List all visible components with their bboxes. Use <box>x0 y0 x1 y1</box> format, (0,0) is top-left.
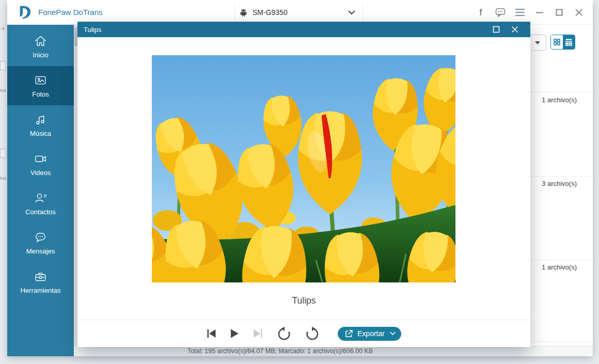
hamburger-menu-icon <box>515 8 525 17</box>
photos-icon <box>34 73 48 87</box>
dialog-title: Tulips <box>84 26 101 34</box>
export-button-label: Exportar <box>357 329 385 338</box>
maximize-icon <box>493 26 500 33</box>
previous-button[interactable] <box>207 329 216 338</box>
desktop-fragment-box <box>0 61 6 70</box>
device-selector[interactable]: SM-G9350 <box>239 0 362 25</box>
fonepaw-logo-icon <box>17 5 32 20</box>
feedback-bubble-icon <box>495 6 506 19</box>
sidebar-item-label: Videos <box>30 169 51 177</box>
home-icon <box>34 34 48 48</box>
play-button[interactable] <box>230 329 239 338</box>
desktop-fragment: -s <box>1 26 5 31</box>
header-separator <box>362 5 363 20</box>
photo-preview-dialog: Tulips <box>77 22 530 347</box>
view-toggle <box>550 35 575 50</box>
desktop-fragment: tos <box>0 88 6 93</box>
sidebar-item-label: Fotos <box>32 90 49 98</box>
group-file-count: 1 archivo(s) <box>542 263 577 271</box>
next-button[interactable] <box>253 329 263 338</box>
export-icon <box>344 329 353 338</box>
grouped-view-button[interactable] <box>563 35 575 49</box>
toolbox-icon <box>34 270 48 283</box>
android-icon <box>240 8 247 17</box>
sidebar-item-musica[interactable]: Música <box>7 105 74 145</box>
close-icon <box>511 26 518 33</box>
sidebar-item-label: Inicio <box>33 51 48 59</box>
sidebar: Inicio Fotos <box>7 25 74 356</box>
rotate-clockwise-icon <box>305 326 320 341</box>
sidebar-item-label: Herramientas <box>20 287 60 294</box>
contacts-icon <box>34 191 48 205</box>
music-icon <box>34 113 48 126</box>
group-file-count: 3 archivo(s) <box>542 180 577 187</box>
chevron-down-icon <box>390 331 396 336</box>
feedback-button[interactable] <box>495 6 506 19</box>
video-camera-icon <box>34 152 48 166</box>
header-actions: f <box>475 0 589 25</box>
maximize-icon <box>555 8 563 17</box>
sidebar-item-videos[interactable]: Videos <box>7 145 74 184</box>
menu-button[interactable] <box>514 6 526 19</box>
sidebar-item-label: Mensajes <box>26 247 55 255</box>
messages-icon <box>34 230 48 244</box>
status-bar: Total: 195 archivo(s)/64.07 MB; Marcado:… <box>74 346 593 356</box>
rotate-counterclockwise-icon <box>277 326 291 341</box>
sidebar-item-inicio[interactable]: Inicio <box>7 27 74 66</box>
group-file-count: 1 archivo(s) <box>542 96 577 104</box>
tulips-image <box>152 55 455 282</box>
header-separator <box>234 5 235 20</box>
device-name: SM-G9350 <box>253 8 288 17</box>
app-title: FonePaw DoTrans <box>38 0 103 25</box>
sidebar-item-fotos[interactable]: Fotos <box>7 66 74 105</box>
dialog-footer: Exportar <box>77 320 530 347</box>
desktop-fragment: tos <box>0 176 6 181</box>
app-header: FonePaw DoTrans <box>7 0 593 25</box>
export-options-chevron[interactable] <box>389 331 396 336</box>
desktop-fragment-box <box>0 149 6 158</box>
sidebar-item-contactos[interactable]: Contactos <box>7 184 74 223</box>
photo-caption: Tulips <box>77 295 530 306</box>
play-icon <box>230 329 239 338</box>
dialog-titlebar: Tulips <box>77 22 530 37</box>
dialog-maximize-button[interactable] <box>492 25 500 34</box>
minimize-button[interactable] <box>534 6 545 19</box>
dropdown-triangle-icon <box>535 41 540 44</box>
close-button[interactable] <box>573 6 585 19</box>
grid-view-button[interactable] <box>551 35 563 49</box>
photo-preview-tulips <box>152 55 455 282</box>
sidebar-item-label: Música <box>30 130 51 137</box>
facebook-icon: f <box>479 7 482 18</box>
rotate-left-button[interactable] <box>277 326 291 341</box>
grouped-view-icon <box>565 39 572 46</box>
skip-next-icon <box>253 329 263 338</box>
rotate-right-button[interactable] <box>305 326 320 341</box>
maximize-button[interactable] <box>554 6 565 19</box>
dialog-close-button[interactable] <box>511 25 519 34</box>
chevron-down-icon <box>348 10 355 15</box>
grid-view-icon <box>554 39 560 45</box>
export-button[interactable]: Exportar <box>338 327 401 341</box>
facebook-button[interactable]: f <box>475 6 486 19</box>
minimize-icon <box>535 8 544 17</box>
skip-previous-icon <box>207 329 216 338</box>
sidebar-item-herramientas[interactable]: Herramientas <box>7 262 74 302</box>
close-icon <box>575 8 583 17</box>
sidebar-item-mensajes[interactable]: Mensajes <box>7 223 74 262</box>
screen: -s tos tos FonePaw DoTrans <box>0 0 599 364</box>
sidebar-item-label: Contactos <box>25 208 56 216</box>
